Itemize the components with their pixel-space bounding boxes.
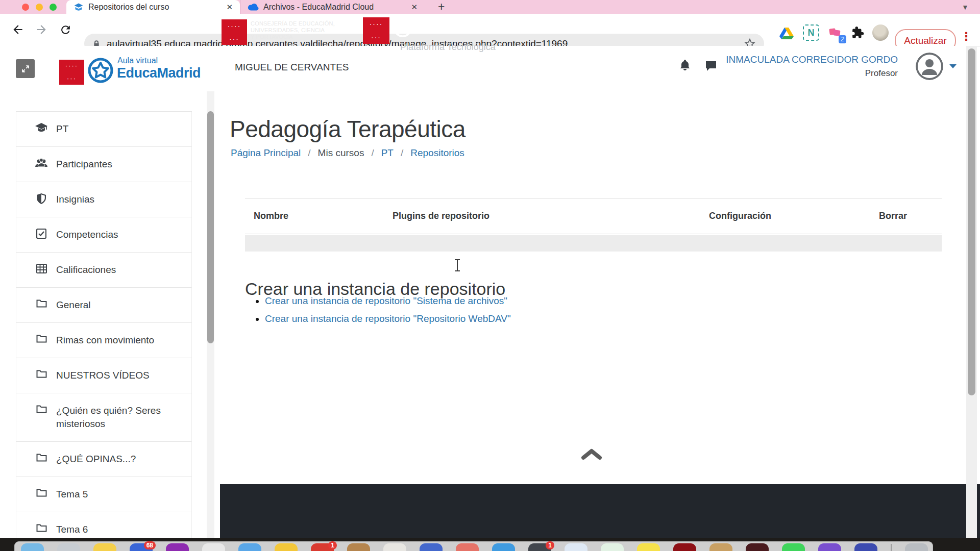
plataforma-tecnologica-text: Plataforma Tecnológica [400,42,496,53]
dock-app-icon[interactable] [637,543,660,551]
sidebar-item-participantes[interactable]: Participantes [16,147,192,182]
messages-icon[interactable] [705,60,717,73]
logo-aula-virtual[interactable]: Aula virtual [117,56,158,65]
tab-close-icon[interactable]: ✕ [226,3,233,12]
browser-menu-icon[interactable]: ⋮ [961,30,972,43]
dock-app-icon[interactable] [709,543,732,551]
dock-app-icon[interactable] [166,543,189,551]
folder-icon [35,404,47,413]
repositories-table: Nombre Plugins de repositorio Configurac… [245,198,942,252]
dock-app-icon[interactable] [673,543,696,551]
user-menu-caret-icon[interactable] [949,64,957,68]
comunidad-madrid-flag-icon: ···· ··· [222,19,247,45]
dock-badge: 1 [546,541,554,549]
grades-table-icon [35,263,47,273]
dock-app-icon[interactable] [21,543,44,551]
comunidad-de-madrid-logo-text: Comunidad de Madrid [222,45,353,59]
sidebar-item-rimas[interactable]: Rimas con movimiento [16,323,192,358]
tab-title: Archivos - EducaMadrid Cloud [263,3,403,12]
window-minimize-button[interactable] [36,4,43,11]
window-close-button[interactable] [22,4,29,11]
create-filesystem-repo-link[interactable]: Crear una instancia de repositorio "Sist… [265,295,507,306]
tab-close-icon[interactable]: ✕ [411,3,418,12]
dock-badge: 68 [144,541,156,549]
dock-app-icon[interactable] [782,543,805,551]
user-name-link[interactable]: INMACULADA CORREGIDOR GORDO [726,54,898,65]
dock-app-icon[interactable] [492,543,515,551]
course-nav-drawer: PT Participantes Insignias Competencias [0,91,220,542]
dock-app-icon[interactable] [202,543,225,551]
folder-icon [35,298,47,308]
breadcrumb-separator: / [308,147,310,159]
forward-icon[interactable] [34,22,49,37]
dock-app-icon[interactable] [238,543,261,551]
dock-app-icon[interactable] [905,543,928,551]
notifications-bell-icon[interactable] [679,58,691,73]
sidebar-item-nuestros-videos[interactable]: NUESTROS VÍDEOS [16,358,192,393]
window-zoom-button[interactable] [50,4,57,11]
breadcrumb-repositorios[interactable]: Repositorios [410,147,464,159]
drive-extension-icon[interactable] [778,24,795,41]
sidebar-item-quien-es-quien[interactable]: ¿Quién es quién? Seres misteriosos [16,393,192,442]
dock-app-icon[interactable] [601,543,624,551]
dock-separator [891,544,892,551]
back-icon[interactable] [10,22,26,37]
list-item: Crear una instancia de repositorio "Repo… [265,313,511,324]
dock-badge: 1 [328,541,337,549]
dock-clip: 6811 [0,541,980,551]
dock-app-icon[interactable] [456,543,479,551]
notion-extension-icon[interactable]: N [802,24,820,41]
fullscreen-toggle-button[interactable] [16,59,35,78]
chevron-down-icon[interactable]: ▼ [962,3,969,11]
dock-app-icon[interactable] [420,543,443,551]
educamadrid-star-icon [393,18,412,38]
profile-avatar[interactable] [872,24,889,41]
sidebar-item-general[interactable]: General [16,288,192,323]
main-content: Pedagogía Terapéutica Página Principal /… [220,91,966,484]
dock-app-icon[interactable]: 1 [311,543,334,551]
sidebar-item-calificaciones[interactable]: Calificaciones [16,253,192,288]
sidebar-item-que-opinas[interactable]: ¿QUÉ OPINAS...? [16,442,192,477]
cloud-icon [248,3,259,11]
dock-app-icon[interactable] [746,543,769,551]
user-avatar[interactable] [916,53,943,80]
sidebar-item-insignias[interactable]: Insignias [16,182,192,217]
dock-app-icon[interactable] [854,543,877,551]
comunidad-madrid-flag-icon: ···· ··· [59,60,84,85]
sidebar-item-tema5[interactable]: Tema 5 [16,477,192,512]
dock-app-icon[interactable]: 68 [130,543,153,551]
sidebar-item-pt[interactable]: PT [16,112,192,147]
breadcrumb-home[interactable]: Página Principal [231,147,301,159]
tab-educamadrid-cloud[interactable]: Archivos - EducaMadrid Cloud ✕ [240,0,425,14]
sidebar-item-competencias[interactable]: Competencias [16,217,192,253]
dock-app-icon[interactable] [347,543,370,551]
dock-app-icon[interactable] [57,543,80,551]
column-header-configuracion: Configuración [700,198,870,234]
school-name: MIGUEL DE CERVANTES [235,62,349,73]
consejeria-text: CONSEJERÍA DE EDUCACIÓN, UNIVERSIDADES, … [251,20,335,40]
back-to-top-button[interactable] [581,448,602,462]
dock-app-icon[interactable] [565,543,587,551]
dock-app-icon[interactable] [93,543,116,551]
page-scrollbar-thumb[interactable] [968,48,975,395]
pink-extension-icon[interactable]: 2 [827,24,844,41]
extensions-puzzle-icon[interactable] [849,24,867,41]
reload-icon[interactable] [58,22,73,37]
folder-icon [35,369,47,378]
sidebar-scrollbar-thumb[interactable] [207,111,214,343]
dock-app-icon[interactable] [383,543,406,551]
new-tab-button[interactable]: + [438,1,445,13]
create-webdav-repo-link[interactable]: Crear una instancia de repositorio "Repo… [265,313,511,324]
dock-app-icon[interactable] [275,543,298,551]
breadcrumb-mis-cursos: Mis cursos [318,147,364,159]
folder-icon [35,453,47,462]
shield-icon [35,193,47,204]
user-role: Profesor [865,68,898,79]
dock-icons: 6811 [21,543,928,551]
dock-app-icon[interactable]: 1 [528,543,551,551]
breadcrumb-pt[interactable]: PT [381,147,394,159]
dock-app-icon[interactable] [818,543,841,551]
graduation-cap-icon [35,122,47,133]
tab-repositorios[interactable]: Repositorios del curso ✕ [66,0,240,14]
logo-educamadrid[interactable]: EducaMadrid [117,65,201,81]
